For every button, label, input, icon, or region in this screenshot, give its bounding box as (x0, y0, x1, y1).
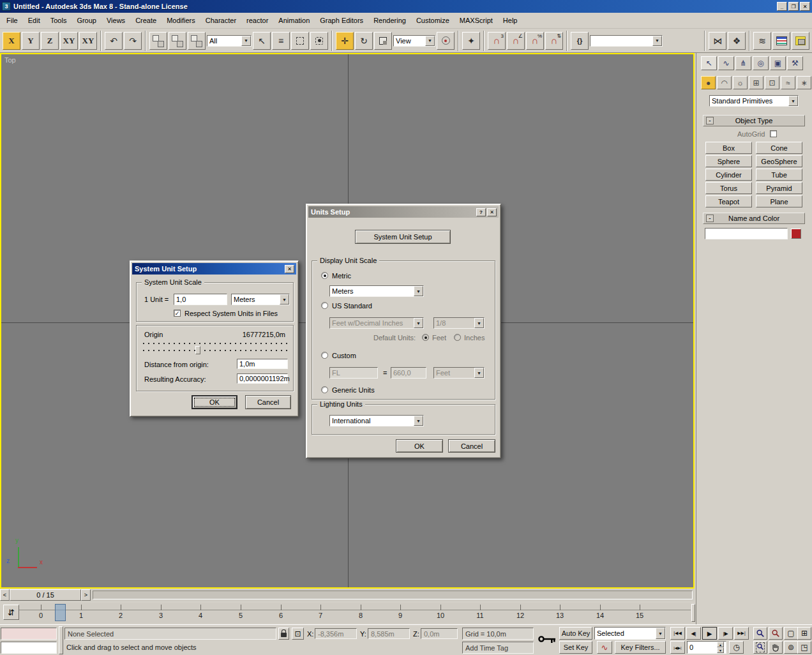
default-inches-radio[interactable] (454, 334, 461, 341)
rectangular-selection-region-button[interactable] (291, 32, 309, 50)
selection-filter-dropdown[interactable]: All ▼ (207, 35, 252, 47)
menu-item-animation[interactable]: Animation (273, 13, 315, 28)
crossing-selection-button[interactable] (310, 32, 328, 50)
object-category-dropdown[interactable]: Standard Primitives ▼ (709, 95, 799, 107)
collapse-icon[interactable]: - (706, 117, 714, 124)
system-unit-ok-button[interactable]: OK (192, 395, 237, 409)
menu-item-rendering[interactable]: Rendering (368, 13, 411, 28)
tab-display[interactable]: ▣ (770, 56, 786, 70)
named-selection-dropdown[interactable]: ▼ (590, 35, 663, 47)
title-bar[interactable]: 3 Untitled - Autodesk 3ds Max 8 - Stand-… (0, 0, 812, 13)
cylinder-button[interactable]: Cylinder (705, 169, 752, 181)
origin-slider-track[interactable] (143, 350, 287, 351)
restrict-plane-flyout-button[interactable]: XY (79, 32, 97, 50)
undo-button[interactable]: ↶ (105, 32, 123, 50)
teapot-button[interactable]: Teapot (705, 195, 752, 207)
curve-editor-button[interactable] (772, 32, 790, 50)
spinner-down-icon[interactable]: ▼ (717, 647, 724, 653)
time-slider-handle[interactable]: 0 / 15 (10, 589, 81, 601)
autogrid-checkbox[interactable] (770, 130, 777, 137)
system-unit-cancel-button[interactable]: Cancel (245, 395, 291, 409)
time-slider-prev-button[interactable]: < (0, 589, 10, 601)
system-unit-titlebar[interactable]: System Unit Setup ✕ (132, 263, 296, 275)
pan-button[interactable] (769, 641, 783, 654)
tube-button[interactable]: Tube (756, 169, 802, 181)
spinner-snap-button[interactable]: ∩⇅ (545, 32, 563, 50)
chevron-down-icon[interactable]: ▼ (241, 36, 251, 46)
arc-rotate-button[interactable]: ⊚ (784, 641, 798, 654)
restrict-x-button[interactable]: X (3, 32, 20, 50)
restrict-z-button[interactable]: Z (41, 32, 59, 50)
layer-manager-button[interactable]: ≋ (753, 32, 771, 50)
rollout-object-type[interactable]: - Object Type (703, 115, 805, 126)
maxscript-listener-input[interactable] (1, 642, 57, 654)
time-slider-next-button[interactable]: > (81, 589, 91, 601)
bind-to-spacewarp-button[interactable] (188, 32, 206, 50)
category-systems[interactable]: ∗ (797, 76, 811, 89)
select-and-rotate-button[interactable]: ↻ (355, 32, 373, 50)
go-to-start-button[interactable]: |◀◀ (670, 627, 685, 640)
close-button[interactable]: ✕ (800, 2, 810, 11)
use-center-flyout-button[interactable] (437, 32, 455, 50)
schematic-view-button[interactable] (792, 32, 809, 50)
units-setup-titlebar[interactable]: Units Setup ? ✕ (308, 206, 499, 218)
chevron-down-icon[interactable]: ▼ (425, 36, 435, 46)
collapse-icon[interactable]: - (706, 215, 714, 222)
current-frame-marker[interactable] (55, 604, 66, 621)
previous-frame-button[interactable]: ◀| (686, 627, 701, 640)
menu-item-group[interactable]: Group (71, 13, 102, 28)
select-and-scale-button[interactable] (374, 32, 392, 50)
tab-motion[interactable]: ◎ (753, 56, 769, 70)
chevron-down-icon[interactable]: ▼ (414, 416, 423, 426)
reference-coordsys-dropdown[interactable]: View ▼ (393, 35, 435, 47)
menu-item-views[interactable]: Views (102, 13, 130, 28)
chevron-down-icon[interactable]: ▼ (280, 294, 289, 305)
frame-spinner[interactable]: ▲ ▼ (717, 642, 724, 653)
menu-item-file[interactable]: File (1, 13, 23, 28)
selection-lock-toggle[interactable] (278, 628, 289, 640)
restrict-y-button[interactable]: Y (22, 32, 40, 50)
menu-item-maxscript[interactable]: MAXScript (455, 13, 498, 28)
menu-item-customize[interactable]: Customize (411, 13, 455, 28)
menu-item-edit[interactable]: Edit (23, 13, 45, 28)
zoom-button[interactable] (753, 627, 767, 640)
tab-create[interactable]: ↖ (701, 56, 717, 70)
category-cameras[interactable]: ⊞ (749, 76, 763, 89)
edit-named-selections-button[interactable]: {} (571, 32, 589, 50)
units-ok-button[interactable]: OK (396, 439, 443, 453)
open-mini-curve-editor-button[interactable]: ⇵ (3, 605, 19, 620)
new-key-tangent-button[interactable]: ∿ (597, 641, 612, 654)
redo-button[interactable]: ↷ (124, 32, 142, 50)
angle-snap-button[interactable]: ∩∠ (507, 32, 525, 50)
percent-snap-button[interactable]: ∩% (526, 32, 544, 50)
plane-button[interactable]: Plane (756, 195, 802, 207)
select-object-button[interactable]: ↖ (253, 32, 271, 50)
align-button[interactable]: ❖ (728, 32, 746, 50)
y-coordinate-field[interactable]: 8,585m (368, 628, 410, 639)
chevron-down-icon[interactable]: ▼ (788, 96, 798, 106)
chevron-down-icon[interactable]: ▼ (656, 628, 665, 639)
z-coordinate-field[interactable]: 0,0m (421, 628, 458, 639)
sphere-button[interactable]: Sphere (705, 155, 752, 167)
distance-field[interactable]: 1,0m (237, 359, 288, 369)
respect-units-checkbox[interactable]: ✓ (174, 310, 181, 317)
unlink-button[interactable] (169, 32, 186, 50)
lighting-units-dropdown[interactable]: International ▼ (329, 415, 424, 426)
key-mode-toggle-button[interactable]: |◀▶| (670, 641, 685, 654)
menu-item-character[interactable]: Character (200, 13, 241, 28)
generic-units-radio[interactable] (321, 386, 328, 393)
absolute-mode-toggle[interactable]: ⊡ (292, 628, 304, 640)
restore-button[interactable]: ❐ (788, 2, 799, 11)
us-standard-radio[interactable] (321, 302, 328, 309)
track-bar-divider[interactable] (691, 604, 695, 622)
viewport-label[interactable]: Top (4, 56, 16, 64)
minimize-button[interactable]: _ (777, 2, 787, 11)
box-button[interactable]: Box (705, 142, 752, 154)
zoom-extents-button[interactable]: ▢ (784, 627, 798, 640)
maxscript-listener-macro[interactable] (1, 628, 57, 640)
object-name-input[interactable] (705, 228, 788, 239)
category-shapes[interactable]: ◠ (717, 76, 732, 89)
mirror-button[interactable]: ⋈ (709, 32, 726, 50)
metric-radio[interactable] (321, 272, 328, 279)
system-unit-setup-button[interactable]: System Unit Setup (355, 230, 451, 244)
